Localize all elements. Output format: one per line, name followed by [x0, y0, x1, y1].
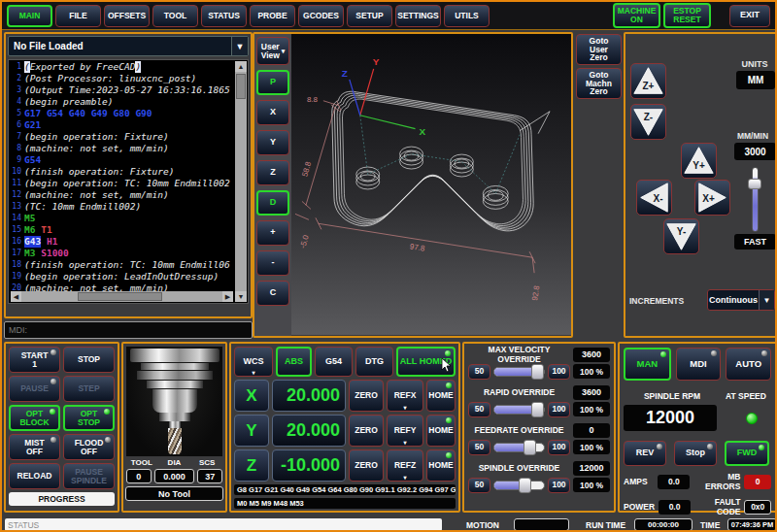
cycle-button-opt-block[interactable]: OPT BLOCK: [9, 405, 60, 431]
cycle-button-opt-stop[interactable]: OPT STOP: [63, 405, 115, 431]
scroll-right-icon[interactable]: ▶: [222, 291, 233, 302]
view-button-x[interactable]: X: [256, 100, 289, 125]
wcs-button[interactable]: WCS ▾: [234, 347, 273, 377]
gcode-line: 9G54: [10, 154, 235, 166]
view-button--[interactable]: -: [256, 250, 289, 276]
zero-button-z[interactable]: ZERO: [349, 449, 384, 482]
view-button-+[interactable]: +: [256, 220, 289, 246]
jog-y-minus-button[interactable]: Y-: [663, 218, 699, 254]
chevron-down-icon[interactable]: ▼: [759, 290, 774, 310]
scroll-down-icon[interactable]: ▼: [235, 291, 247, 302]
override-slider[interactable]: [493, 367, 545, 377]
spindle-fwd-button[interactable]: FWD: [725, 441, 769, 466]
override-max-button[interactable]: 100: [548, 478, 570, 493]
view-button-d[interactable]: D: [256, 190, 289, 216]
override-min-button[interactable]: 50: [468, 402, 490, 417]
3d-viewport[interactable]: Y Z X 8.8 58.8 -5.0 97.8 92.8: [291, 34, 571, 336]
override-max-button[interactable]: 100: [548, 440, 570, 455]
machine-on-button[interactable]: MACHINE ON: [613, 3, 660, 28]
man-mode-button[interactable]: MAN: [624, 348, 671, 381]
ref-button-y[interactable]: REFY▾: [387, 415, 423, 447]
ref-button-x[interactable]: REFX▾: [387, 380, 423, 412]
vertical-scrollbar[interactable]: ▲ ▼: [235, 61, 247, 302]
scroll-left-icon[interactable]: ◀: [11, 291, 21, 302]
increments-dropdown[interactable]: Continuous ▼: [707, 289, 775, 311]
scroll-up-icon[interactable]: ▲: [235, 61, 247, 72]
mdi-mode-button[interactable]: MDI: [676, 348, 722, 381]
view-button-p[interactable]: P: [256, 70, 289, 95]
view-button-z[interactable]: Z: [256, 160, 289, 185]
override-slider[interactable]: [493, 481, 545, 490]
menu-tab-probe[interactable]: PROBE: [250, 5, 295, 27]
slider-handle[interactable]: [748, 179, 761, 189]
override-max-button[interactable]: 100: [548, 402, 570, 417]
file-combobox[interactable]: No File Loaded ▼: [8, 36, 249, 56]
auto-mode-button[interactable]: AUTO: [726, 348, 771, 381]
spindle-stop-button[interactable]: Stop: [674, 441, 717, 466]
cycle-button-start[interactable]: START 1: [9, 347, 60, 373]
override-slider[interactable]: [493, 405, 545, 415]
spindle-rpm-display: 12000: [624, 405, 717, 431]
gcode-editor[interactable]: 1(Exported by FreeCAD)2(Post Processor: …: [8, 59, 249, 304]
menu-tab-offsets[interactable]: OFFSETS: [104, 5, 150, 27]
cycle-button-reload[interactable]: RELOAD: [9, 463, 60, 489]
g54-button[interactable]: G54: [315, 347, 353, 377]
override-min-button[interactable]: 50: [468, 364, 490, 380]
cycle-button-pause[interactable]: PAUSE: [9, 376, 60, 402]
goto-user-zero-button[interactable]: Goto User Zero: [576, 34, 622, 65]
override-min-button[interactable]: 50: [468, 478, 490, 493]
menu-tab-settings[interactable]: SETTINGS: [395, 5, 441, 27]
home-button-y[interactable]: HOME: [426, 415, 456, 447]
view-button-y[interactable]: Y: [256, 130, 289, 155]
goto-machine-zero-button[interactable]: Goto Machn Zero: [576, 68, 622, 99]
home-button-x[interactable]: HOME: [426, 380, 456, 412]
menu-tab-file[interactable]: FILE: [55, 5, 101, 27]
menu-tab-tool[interactable]: TOOL: [152, 5, 198, 27]
abs-button[interactable]: ABS: [276, 347, 312, 377]
cycle-button-step[interactable]: STEP: [63, 376, 115, 402]
spindle-rev-button[interactable]: REV: [624, 441, 666, 466]
estop-reset-button[interactable]: ESTOP RESET: [663, 3, 711, 28]
menu-tab-gcodes[interactable]: GCODES: [298, 5, 344, 27]
menu-tab-status[interactable]: STATUS: [201, 5, 247, 27]
view-button-c[interactable]: C: [256, 281, 289, 306]
status-bar: STATUS MOTION RUN TIME 00:00:00 TIME 07:…: [2, 515, 775, 532]
menu-tab-setup[interactable]: SETUP: [347, 5, 392, 27]
increments-label: INCREMENTS: [629, 296, 705, 306]
jog-z-minus-button[interactable]: Z-: [630, 104, 666, 140]
menu-tab-utils[interactable]: UTILS: [444, 5, 490, 27]
override-label: RAPID OVERRIDE: [468, 387, 570, 397]
mdi-input[interactable]: MDI:: [4, 321, 253, 339]
cycle-button-flood[interactable]: FLOOD OFF: [63, 434, 115, 460]
dtg-button[interactable]: DTG: [355, 347, 393, 377]
jog-x-minus-button[interactable]: X-: [636, 180, 672, 216]
cycle-button-stop[interactable]: STOP: [63, 347, 115, 373]
zero-button-y[interactable]: ZERO: [349, 415, 384, 447]
vertical-scroll-thumb[interactable]: [236, 74, 246, 99]
home-button-z[interactable]: HOME: [426, 449, 456, 482]
view-button-user-view[interactable]: User View▾: [256, 37, 289, 65]
units-display[interactable]: MM: [736, 71, 775, 89]
override-max-button[interactable]: 100: [548, 364, 570, 380]
jog-z-plus-label: Z+: [631, 81, 665, 91]
horizontal-scrollbar[interactable]: ◀ ▶: [11, 291, 233, 302]
horizontal-scroll-thumb[interactable]: [78, 292, 162, 301]
chevron-down-icon[interactable]: ▼: [231, 37, 248, 55]
cycle-button-mist[interactable]: MIST OFF: [9, 434, 60, 460]
cycle-button-pause-spindle[interactable]: PAUSE SPINDLE: [63, 463, 115, 489]
jog-rate-slider[interactable]: [748, 167, 761, 232]
mouse-cursor: [441, 357, 453, 373]
gcode-line: 13(TC: 10mm Endmill002): [10, 201, 235, 213]
override-min-button[interactable]: 50: [468, 440, 490, 455]
jog-z-plus-button[interactable]: Z+: [630, 63, 666, 99]
jog-y-plus-button[interactable]: Y+: [681, 143, 717, 179]
jog-x-plus-button[interactable]: X+: [694, 180, 730, 216]
gcode-line: 3(Output Time:2023-05-27 16:33:16.1865: [10, 84, 235, 96]
cycle-buttons: START 1STOPPAUSESTEPOPT BLOCKOPT STOPMIS…: [9, 347, 115, 489]
ref-button-z[interactable]: REFZ▾: [387, 449, 423, 482]
gcode-line: 4(begin preamble): [10, 96, 235, 108]
override-slider[interactable]: [493, 443, 545, 452]
zero-button-x[interactable]: ZERO: [349, 380, 384, 412]
menu-tab-main[interactable]: MAIN: [7, 5, 52, 27]
exit-button[interactable]: EXIT: [729, 5, 770, 27]
